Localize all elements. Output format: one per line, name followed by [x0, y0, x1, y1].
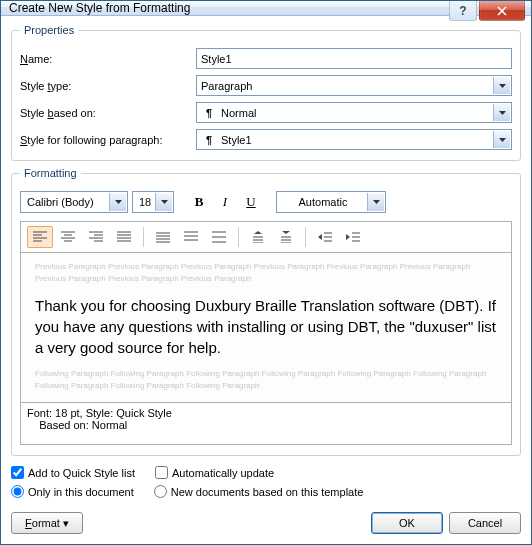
style-type-label: Style type:: [20, 80, 190, 92]
based-on-label: Style based on:: [20, 107, 190, 119]
style-description: Font: 18 pt, Style: Quick Style Based on…: [20, 403, 512, 445]
space-before-dec-button[interactable]: [273, 226, 299, 248]
linespacing-15-icon: [184, 231, 198, 243]
auto-update-input[interactable]: [155, 466, 168, 479]
add-quick-style-label: Add to Quick Style list: [28, 467, 135, 479]
separator: [143, 227, 144, 247]
based-on-value: Normal: [221, 107, 256, 119]
dialog: Create New Style from Formatting ? Prope…: [0, 0, 532, 545]
align-right-icon: [89, 231, 103, 243]
underline-button[interactable]: U: [240, 191, 262, 213]
chevron-down-icon: [155, 193, 172, 211]
formatting-group: Formatting Calibri (Body) 18 B I U Autom…: [11, 167, 521, 456]
row-style-type: Style type: Paragraph: [20, 75, 512, 96]
following-combo[interactable]: ¶ Style1: [196, 129, 512, 150]
titlebar: Create New Style from Formatting ?: [1, 1, 531, 16]
font-size-combo[interactable]: 18: [132, 191, 174, 213]
separator: [305, 227, 306, 247]
align-center-button[interactable]: [55, 226, 81, 248]
options-row2: Only in this document New documents base…: [11, 485, 521, 498]
chevron-down-icon: [493, 131, 510, 148]
svg-marker-38: [282, 231, 290, 234]
chevron-down-icon: [367, 193, 384, 211]
paragraph-icon: ¶: [201, 107, 217, 119]
close-icon: [497, 6, 507, 16]
indent-dec-button[interactable]: [312, 226, 338, 248]
style-type-combo[interactable]: Paragraph: [196, 75, 512, 96]
auto-update-checkbox[interactable]: Automatically update: [155, 466, 274, 479]
linespacing-1-button[interactable]: [150, 226, 176, 248]
properties-legend: Properties: [20, 24, 78, 36]
add-quick-style-checkbox[interactable]: Add to Quick Style list: [11, 466, 135, 479]
align-justify-button[interactable]: [111, 226, 137, 248]
only-this-doc-label: Only in this document: [28, 486, 134, 498]
desc-line2: Based on: Normal: [27, 419, 505, 431]
auto-update-label: Automatically update: [172, 467, 274, 479]
preview-ghost-next: Following Paragraph Following Paragraph …: [35, 368, 497, 392]
space-before-dec-icon: [279, 231, 293, 243]
options-row1: Add to Quick Style list Automatically up…: [11, 466, 521, 479]
svg-marker-5: [115, 200, 122, 204]
svg-marker-2: [499, 84, 506, 88]
preview-sample: Thank you for choosing Duxbury Braille T…: [35, 295, 497, 358]
align-left-button[interactable]: [27, 226, 53, 248]
only-this-doc-input[interactable]: [11, 485, 24, 498]
row-name: Name:: [20, 48, 512, 69]
row-following: Style for following paragraph: ¶ Style1: [20, 129, 512, 150]
client-area: Properties Name: Style type: Paragraph S…: [1, 16, 531, 544]
svg-marker-7: [373, 200, 380, 204]
chevron-down-icon: [493, 104, 510, 121]
name-input[interactable]: [196, 48, 512, 69]
row-based-on: Style based on: ¶ Normal: [20, 102, 512, 123]
based-on-combo[interactable]: ¶ Normal: [196, 102, 512, 123]
align-center-icon: [61, 231, 75, 243]
only-this-doc-radio[interactable]: Only in this document: [11, 485, 134, 498]
space-before-inc-icon: [251, 231, 265, 243]
following-label: Style for following paragraph:: [20, 134, 190, 146]
indent-inc-button[interactable]: [340, 226, 366, 248]
format-button[interactable]: Format ▾: [11, 512, 83, 534]
chevron-down-icon: [109, 193, 126, 211]
indent-dec-icon: [318, 231, 332, 243]
close-button[interactable]: [479, 1, 525, 21]
svg-marker-6: [161, 200, 168, 204]
properties-group: Properties Name: Style type: Paragraph S…: [11, 24, 521, 161]
paragraph-toolbar: [20, 221, 512, 253]
desc-line1: Font: 18 pt, Style: Quick Style: [27, 407, 505, 419]
font-name-value: Calibri (Body): [27, 196, 94, 208]
separator: [238, 227, 239, 247]
dialog-title: Create New Style from Formatting: [9, 1, 190, 15]
font-color-value: Automatic: [299, 196, 348, 208]
new-docs-label: New documents based on this template: [171, 486, 364, 498]
font-size-value: 18: [139, 196, 151, 208]
style-type-value: Paragraph: [201, 80, 252, 92]
cancel-button[interactable]: Cancel: [449, 512, 521, 534]
bold-button[interactable]: B: [188, 191, 210, 213]
svg-marker-4: [499, 138, 506, 142]
linespacing-2-button[interactable]: [206, 226, 232, 248]
help-button[interactable]: ?: [449, 1, 477, 21]
font-name-combo[interactable]: Calibri (Body): [20, 191, 128, 213]
svg-marker-3: [499, 111, 506, 115]
new-docs-input[interactable]: [154, 485, 167, 498]
linespacing-2-icon: [212, 231, 226, 243]
align-left-icon: [33, 231, 47, 243]
indent-inc-icon: [346, 231, 360, 243]
align-right-button[interactable]: [83, 226, 109, 248]
new-docs-radio[interactable]: New documents based on this template: [154, 485, 364, 498]
font-toolbar: Calibri (Body) 18 B I U Automatic: [20, 191, 512, 213]
ok-button[interactable]: OK: [371, 512, 443, 534]
svg-marker-46: [346, 234, 350, 240]
linespacing-1-icon: [156, 231, 170, 243]
font-color-combo[interactable]: Automatic: [276, 191, 386, 213]
svg-marker-42: [318, 234, 322, 240]
preview-ghost-prev: Previous Paragraph Previous Paragraph Pr…: [35, 261, 497, 285]
paragraph-icon: ¶: [201, 134, 217, 146]
linespacing-15-button[interactable]: [178, 226, 204, 248]
space-before-inc-button[interactable]: [245, 226, 271, 248]
titlebar-buttons: ?: [449, 1, 531, 21]
svg-marker-34: [254, 231, 262, 234]
following-value: Style1: [221, 134, 252, 146]
italic-button[interactable]: I: [214, 191, 236, 213]
add-quick-style-input[interactable]: [11, 466, 24, 479]
